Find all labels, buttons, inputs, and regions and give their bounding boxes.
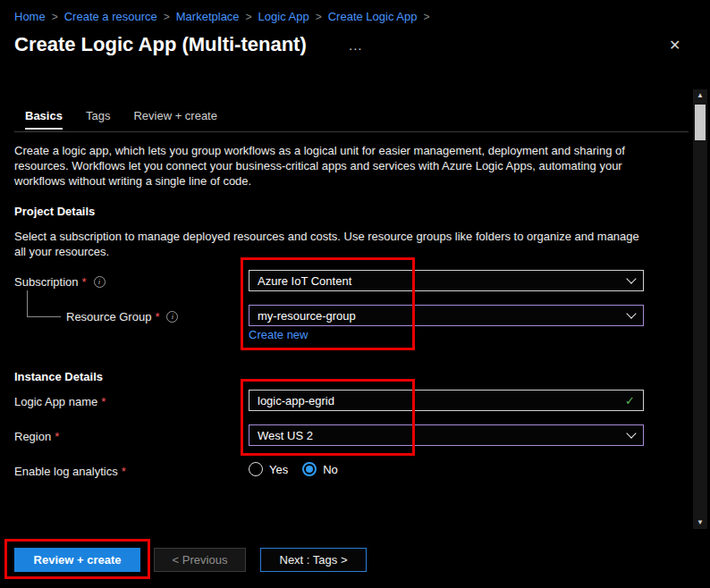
instance-details-heading: Instance Details — [14, 370, 103, 383]
chevron-down-icon — [626, 273, 636, 283]
tab-review-create[interactable]: Review + create — [133, 109, 217, 130]
review-create-button[interactable]: Review + create — [14, 548, 140, 572]
breadcrumb-link-create-logic-app[interactable]: Create Logic App — [328, 10, 418, 23]
radio-option-yes[interactable]: Yes — [249, 462, 288, 476]
logic-app-name-label-text: Logic App name — [14, 395, 97, 408]
resource-group-dropdown[interactable]: my-resource-group — [249, 305, 644, 326]
scroll-down-icon[interactable]: ▼ — [693, 517, 707, 529]
region-label: Region * — [14, 430, 59, 443]
info-icon[interactable]: i — [94, 276, 106, 288]
breadcrumb-link-logic-app[interactable]: Logic App — [258, 10, 309, 23]
radio-selected-dot — [306, 466, 313, 473]
required-asterisk: * — [82, 275, 87, 289]
project-details-description: Select a subscription to manage deployed… — [14, 229, 653, 259]
required-asterisk: * — [101, 395, 106, 408]
radio-yes-label: Yes — [269, 463, 288, 476]
breadcrumb-separator: > — [164, 11, 170, 23]
logic-app-name-label: Logic App name * — [14, 395, 106, 408]
scrollbar-thumb[interactable] — [695, 105, 706, 140]
subscription-label: Subscription * i — [14, 275, 106, 289]
breadcrumb-separator: > — [52, 11, 58, 23]
tab-divider — [14, 131, 689, 132]
next-tags-button[interactable]: Next : Tags > — [260, 548, 367, 572]
breadcrumb-separator: > — [423, 11, 429, 23]
resource-group-value: my-resource-group — [258, 309, 356, 323]
subscription-label-text: Subscription — [14, 275, 79, 289]
breadcrumb-separator: > — [246, 11, 252, 23]
log-analytics-label-text: Enable log analytics — [14, 465, 118, 478]
region-dropdown[interactable]: West US 2 — [249, 424, 644, 446]
required-asterisk: * — [155, 310, 159, 323]
more-options-button[interactable]: ... — [349, 38, 363, 53]
intro-text: Create a logic app, which lets you group… — [14, 143, 646, 189]
resource-group-label-text: Resource Group — [66, 310, 151, 323]
resource-group-label: Resource Group * i — [66, 310, 178, 323]
breadcrumb-link-home[interactable]: Home — [14, 10, 46, 23]
valid-check-icon: ✓ — [625, 394, 635, 407]
region-label-text: Region — [14, 430, 51, 443]
page-title: Create Logic App (Multi-tenant) — [14, 33, 307, 56]
previous-button[interactable]: < Previous — [154, 548, 246, 572]
breadcrumb: Home > Create a resource > Marketplace >… — [14, 10, 429, 23]
subscription-dropdown[interactable]: Azure IoT Content — [249, 270, 644, 291]
radio-yes[interactable] — [249, 462, 263, 476]
create-logic-app-blade: Home > Create a resource > Marketplace >… — [0, 0, 710, 588]
radio-option-no[interactable]: No — [302, 462, 338, 476]
radio-no[interactable] — [302, 462, 317, 476]
scrollbar[interactable]: ▲ ▼ — [693, 89, 707, 529]
info-icon[interactable]: i — [166, 311, 178, 323]
create-new-link[interactable]: Create new — [249, 328, 308, 341]
tab-tags[interactable]: Tags — [86, 109, 110, 130]
tab-bar: Basics Tags Review + create — [25, 109, 217, 130]
chevron-down-icon — [626, 308, 636, 318]
log-analytics-label: Enable log analytics * — [14, 465, 126, 478]
subscription-value: Azure IoT Content — [258, 274, 351, 288]
radio-no-label: No — [323, 463, 338, 476]
logic-app-name-value: logic-app-egrid — [258, 394, 334, 407]
close-icon[interactable]: ✕ — [669, 37, 680, 54]
breadcrumb-link-marketplace[interactable]: Marketplace — [176, 10, 240, 23]
breadcrumb-separator: > — [316, 11, 322, 23]
scroll-up-icon[interactable]: ▲ — [693, 89, 707, 102]
required-asterisk: * — [55, 430, 59, 443]
tree-connector — [27, 290, 61, 317]
chevron-down-icon — [626, 428, 636, 438]
log-analytics-radio-group: Yes No — [249, 462, 338, 476]
breadcrumb-link-create-a-resource[interactable]: Create a resource — [64, 10, 157, 23]
region-value: West US 2 — [258, 429, 313, 442]
tab-basics[interactable]: Basics — [25, 109, 63, 130]
project-details-heading: Project Details — [14, 205, 95, 218]
required-asterisk: * — [122, 465, 126, 478]
logic-app-name-input[interactable]: logic-app-egrid ✓ — [249, 390, 644, 411]
